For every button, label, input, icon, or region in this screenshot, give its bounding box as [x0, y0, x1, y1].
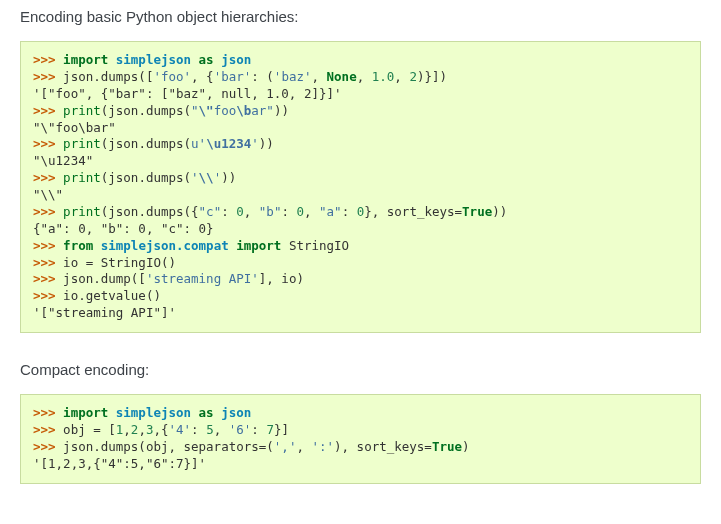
code-text: , [296, 439, 311, 454]
number-literal: 2 [409, 69, 417, 84]
repl-prompt: >>> [33, 238, 63, 253]
module-name: simplejson [116, 405, 191, 420]
code-text: , [123, 422, 131, 437]
string-quote: " [191, 103, 199, 118]
module-name: simplejson.compat [101, 238, 229, 253]
number-literal: 7 [266, 422, 274, 437]
repl-output: {"a": 0, "b": 0, "c": 0} [33, 221, 214, 236]
repl-output: "\u1234" [33, 153, 93, 168]
number-literal: 5 [206, 422, 214, 437]
code-text: : [251, 422, 266, 437]
repl-prompt: >>> [33, 136, 63, 151]
code-text: }] [274, 422, 289, 437]
code-text: ], io) [259, 271, 304, 286]
string-quote: ' [199, 136, 207, 151]
code-text: )}]) [417, 69, 447, 84]
repl-output: "\"foo\bar" [33, 120, 116, 135]
builtin-print: print [63, 136, 101, 151]
string-escape: \" [199, 103, 214, 118]
code-text: , [357, 69, 372, 84]
repl-prompt: >>> [33, 52, 63, 67]
code-text: : [221, 204, 236, 219]
string-literal: '6' [229, 422, 252, 437]
repl-prompt: >>> [33, 103, 63, 118]
code-text: io = StringIO() [63, 255, 176, 270]
code-text: , [312, 69, 327, 84]
repl-prompt: >>> [33, 405, 63, 420]
code-text: obj = [ [63, 422, 116, 437]
section-title-encoding: Encoding basic Python object hierarchies… [20, 8, 701, 25]
string-literal: 'bar' [214, 69, 252, 84]
repl-prompt: >>> [33, 255, 63, 270]
repl-prompt: >>> [33, 204, 63, 219]
code-text: json.dumps(obj, separators=( [63, 439, 274, 454]
code-text: (json.dumps( [101, 136, 191, 151]
module-alias: json [221, 405, 251, 420]
repl-prompt: >>> [33, 69, 63, 84]
repl-prompt: >>> [33, 271, 63, 286]
keyword-as: as [199, 405, 214, 420]
number-literal: 0 [236, 204, 244, 219]
keyword-import: import [236, 238, 281, 253]
keyword-none: None [327, 69, 357, 84]
code-text: (json.dumps({ [101, 204, 199, 219]
repl-prompt: >>> [33, 288, 63, 303]
keyword-true: True [432, 439, 462, 454]
string-literal: 'streaming API' [146, 271, 259, 286]
string-escape: \b [236, 103, 251, 118]
code-block-compact: >>> import simplejson as json>>> obj = [… [20, 394, 701, 484]
module-alias: json [221, 52, 251, 67]
string-literal: 'foo' [153, 69, 191, 84]
repl-output: '[1,2,3,{"4":5,"6":7}]' [33, 456, 206, 471]
keyword-import: import [63, 405, 108, 420]
repl-prompt: >>> [33, 170, 63, 185]
code-text: : ( [251, 69, 274, 84]
code-text: ) [462, 439, 470, 454]
builtin-print: print [63, 103, 101, 118]
keyword-from: from [63, 238, 93, 253]
string-quote: " [266, 103, 274, 118]
code-text: }, sort_keys= [364, 204, 462, 219]
code-text: , [244, 204, 259, 219]
code-text: )) [492, 204, 507, 219]
string-literal: ':' [311, 439, 334, 454]
string-literal: foo [214, 103, 237, 118]
keyword-as: as [199, 52, 214, 67]
code-text: )) [274, 103, 289, 118]
repl-prompt: >>> [33, 439, 63, 454]
string-prefix: u [191, 136, 199, 151]
keyword-true: True [462, 204, 492, 219]
string-literal: "c" [199, 204, 222, 219]
code-text: , { [191, 69, 214, 84]
code-block-encoding: >>> import simplejson as json>>> json.du… [20, 41, 701, 333]
number-literal: 0 [296, 204, 304, 219]
code-text: (json.dumps( [101, 103, 191, 118]
repl-output: '["streaming API"]' [33, 305, 176, 320]
code-text: : [281, 204, 296, 219]
string-literal: 'baz' [274, 69, 312, 84]
repl-output: '["foo", {"bar": ["baz", null, 1.0, 2]}]… [33, 86, 342, 101]
string-literal: ',' [274, 439, 297, 454]
builtin-print: print [63, 204, 101, 219]
keyword-import: import [63, 52, 108, 67]
code-text: , [304, 204, 319, 219]
string-quote: ' [191, 170, 199, 185]
code-text: , [394, 69, 409, 84]
string-literal: "a" [319, 204, 342, 219]
code-text: , [214, 422, 229, 437]
number-literal: 1.0 [372, 69, 395, 84]
string-literal: ar [251, 103, 266, 118]
section-title-compact: Compact encoding: [20, 361, 701, 378]
builtin-print: print [63, 170, 101, 185]
code-text: : [191, 422, 206, 437]
module-name: simplejson [116, 52, 191, 67]
string-escape: \u1234 [206, 136, 251, 151]
code-text: io.getvalue() [63, 288, 161, 303]
identifier: StringIO [289, 238, 349, 253]
string-literal: '4' [169, 422, 192, 437]
code-text: (json.dumps( [101, 170, 191, 185]
repl-prompt: >>> [33, 422, 63, 437]
code-text: json.dumps([ [63, 69, 153, 84]
code-text: : [342, 204, 357, 219]
string-escape: \\ [199, 170, 214, 185]
